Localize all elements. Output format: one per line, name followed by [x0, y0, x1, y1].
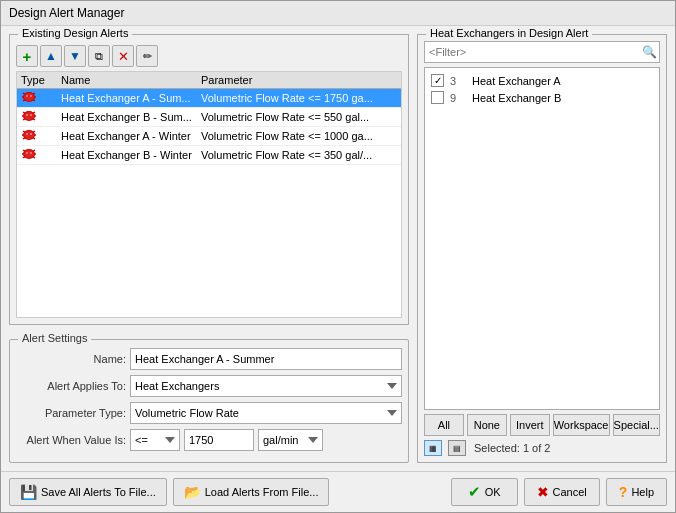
name-label: Name:: [16, 353, 126, 365]
alert-type-icon: [21, 110, 37, 122]
filter-input[interactable]: [425, 44, 639, 60]
cancel-button[interactable]: ✖ Cancel: [524, 478, 600, 506]
alerts-table: Type Name Parameter Heat Exchanger A - S…: [17, 72, 401, 165]
all-button[interactable]: All: [424, 414, 464, 436]
alert-when-row: Alert When Value Is: <= gal/min: [16, 429, 402, 451]
svg-point-8: [26, 95, 28, 97]
up-arrow-icon: ▲: [45, 49, 57, 63]
col-parameter: Parameter: [197, 72, 401, 89]
parameter-type-select[interactable]: Volumetric Flow Rate: [130, 402, 402, 424]
svg-point-37: [24, 150, 34, 158]
applies-to-select[interactable]: Heat Exchangers: [130, 375, 402, 397]
filter-row: 🔍: [424, 41, 660, 63]
svg-point-18: [26, 114, 28, 116]
down-arrow-icon: ▼: [69, 49, 81, 63]
invert-button[interactable]: Invert: [510, 414, 550, 436]
checkmark-icon: ✔: [468, 483, 481, 501]
alert-name-cell: Heat Exchanger B - Winter: [57, 146, 197, 165]
alerts-table-wrapper: Type Name Parameter Heat Exchanger A - S…: [16, 71, 402, 318]
alert-settings-group: Alert Settings Name: Alert Applies To: H…: [9, 339, 409, 463]
list-item: 3Heat Exchanger A: [429, 72, 655, 89]
alert-op-select[interactable]: <=: [130, 429, 180, 451]
add-alert-button[interactable]: +: [16, 45, 38, 67]
search-icon[interactable]: 🔍: [639, 42, 659, 62]
action-buttons: All None Invert Workspace Special...: [424, 414, 660, 436]
alert-parameter-cell: Volumetric Flow Rate <= 1750 ga...: [197, 89, 401, 108]
cancel-icon: ✖: [537, 484, 549, 500]
special-button[interactable]: Special...: [613, 414, 660, 436]
he-checkbox[interactable]: [431, 91, 444, 104]
heat-exchanger-list: 3Heat Exchanger A9Heat Exchanger B: [424, 67, 660, 410]
alert-type-cell: [17, 89, 57, 108]
svg-point-27: [24, 131, 34, 139]
clear-icon: ✏: [143, 50, 152, 63]
move-down-button[interactable]: ▼: [64, 45, 86, 67]
alert-parameter-cell: Volumetric Flow Rate <= 1000 ga...: [197, 127, 401, 146]
save-icon: 💾: [20, 484, 37, 500]
existing-alerts-title: Existing Design Alerts: [18, 27, 132, 39]
he-name: Heat Exchanger B: [472, 92, 561, 104]
svg-point-17: [24, 112, 34, 120]
svg-point-7: [24, 93, 34, 101]
title-bar: Design Alert Manager: [1, 1, 675, 26]
copy-icon: ⧉: [95, 50, 103, 63]
parameter-type-row: Parameter Type: Volumetric Flow Rate: [16, 402, 402, 424]
window-title: Design Alert Manager: [9, 6, 124, 20]
alert-name-cell: Heat Exchanger A - Winter: [57, 127, 197, 146]
he-checkbox[interactable]: [431, 74, 444, 87]
save-alerts-button[interactable]: 💾 Save All Alerts To File...: [9, 478, 167, 506]
list-item: 9Heat Exchanger B: [429, 89, 655, 106]
load-alerts-button[interactable]: 📂 Load Alerts From File...: [173, 478, 330, 506]
move-up-button[interactable]: ▲: [40, 45, 62, 67]
alert-type-cell: [17, 127, 57, 146]
deselect-icon[interactable]: ▤: [448, 440, 466, 456]
select-all-icon[interactable]: ▦: [424, 440, 442, 456]
alerts-toolbar: + ▲ ▼ ⧉ ✕ ✏: [16, 45, 402, 67]
name-input[interactable]: [130, 348, 402, 370]
alert-value-input[interactable]: [184, 429, 254, 451]
heat-exchangers-group: Heat Exchangers in Design Alert 🔍 3Heat …: [417, 34, 667, 463]
ok-button[interactable]: ✔ OK: [451, 478, 518, 506]
svg-point-9: [30, 95, 32, 97]
svg-point-29: [30, 133, 32, 135]
heat-exchangers-title: Heat Exchangers in Design Alert: [426, 27, 592, 39]
alert-parameter-cell: Volumetric Flow Rate <= 350 gal/...: [197, 146, 401, 165]
table-row[interactable]: Heat Exchanger A - WinterVolumetric Flow…: [17, 127, 401, 146]
workspace-button[interactable]: Workspace: [553, 414, 610, 436]
he-name: Heat Exchanger A: [472, 75, 561, 87]
col-type: Type: [17, 72, 57, 89]
svg-point-39: [30, 152, 32, 154]
left-panel: Existing Design Alerts + ▲ ▼ ⧉: [9, 34, 409, 463]
right-panel: Heat Exchangers in Design Alert 🔍 3Heat …: [417, 34, 667, 463]
applies-to-row: Alert Applies To: Heat Exchangers: [16, 375, 402, 397]
alert-type-icon: [21, 148, 37, 160]
table-row[interactable]: Heat Exchanger A - Sum...Volumetric Flow…: [17, 89, 401, 108]
selection-row: ▦ ▤ Selected: 1 of 2: [424, 440, 660, 456]
alert-when-label: Alert When Value Is:: [16, 434, 126, 446]
table-row[interactable]: Heat Exchanger B - WinterVolumetric Flow…: [17, 146, 401, 165]
design-alert-manager-window: Design Alert Manager Existing Design Ale…: [0, 0, 676, 513]
table-row[interactable]: Heat Exchanger B - Sum...Volumetric Flow…: [17, 108, 401, 127]
selected-count: Selected: 1 of 2: [474, 442, 550, 454]
delete-alert-button[interactable]: ✕: [112, 45, 134, 67]
svg-point-19: [30, 114, 32, 116]
alert-type-cell: [17, 108, 57, 127]
add-icon: +: [23, 48, 32, 65]
help-button[interactable]: ? Help: [606, 478, 667, 506]
parameter-type-label: Parameter Type:: [16, 407, 126, 419]
bottom-bar: 💾 Save All Alerts To File... 📂 Load Aler…: [1, 471, 675, 512]
he-number: 9: [450, 92, 466, 104]
name-row: Name:: [16, 348, 402, 370]
alert-type-icon: [21, 129, 37, 141]
clear-alert-button[interactable]: ✏: [136, 45, 158, 67]
none-button[interactable]: None: [467, 414, 507, 436]
existing-alerts-group: Existing Design Alerts + ▲ ▼ ⧉: [9, 34, 409, 325]
alert-type-cell: [17, 146, 57, 165]
he-number: 3: [450, 75, 466, 87]
alert-unit-select[interactable]: gal/min: [258, 429, 323, 451]
load-icon: 📂: [184, 484, 201, 500]
help-icon: ?: [619, 484, 628, 500]
copy-alert-button[interactable]: ⧉: [88, 45, 110, 67]
alert-name-cell: Heat Exchanger A - Sum...: [57, 89, 197, 108]
col-name: Name: [57, 72, 197, 89]
